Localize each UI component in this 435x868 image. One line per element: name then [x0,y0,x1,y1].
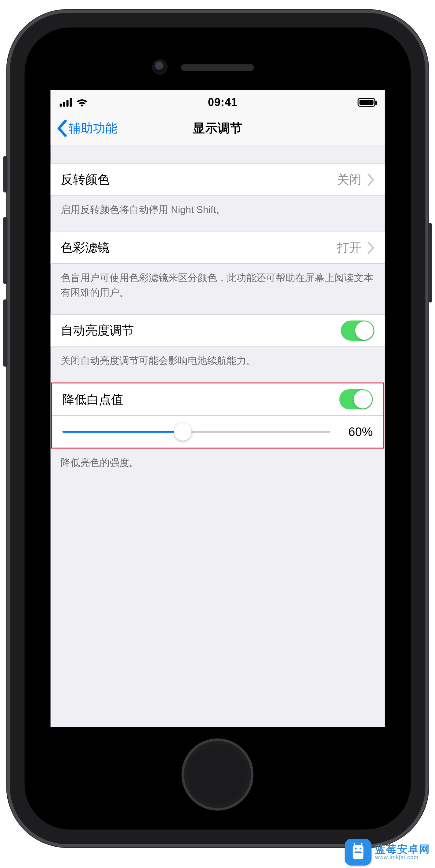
row-white-point-slider: 60% [52,415,383,447]
earpiece-speaker [181,64,254,71]
svg-point-2 [360,847,361,849]
row-label: 自动亮度调节 [61,322,134,339]
mute-switch [3,156,7,192]
back-label: 辅助功能 [69,120,118,136]
home-button[interactable] [184,741,251,808]
svg-point-5 [361,843,363,845]
watermark-brand: 蓝莓安卓网 [375,844,430,855]
cellular-signal-icon [60,98,72,106]
chevron-left-icon [57,120,67,136]
status-bar: 09:41 [51,90,384,112]
row-reduce-white-footer: 降低亮色的强度。 [51,448,384,485]
row-invert-footer: 启用反转颜色将自动停用 Night Shift。 [51,195,384,231]
chevron-right-icon [367,242,374,254]
row-auto-brightness-footer: 关闭自动亮度调节可能会影响电池续航能力。 [51,346,384,382]
screen: 09:41 辅助功能 显示调节 [51,90,384,727]
power-button [428,223,432,303]
row-label: 色彩滤镜 [61,239,109,256]
svg-point-1 [355,847,357,849]
reduce-white-point-toggle[interactable] [339,389,373,409]
navigation-bar: 辅助功能 显示调节 [51,112,384,145]
svg-rect-3 [355,851,361,853]
slider-thumb[interactable] [174,423,192,440]
white-point-slider[interactable] [62,431,330,433]
row-invert-colors[interactable]: 反转颜色 关闭 [51,163,384,195]
wifi-icon [76,98,88,106]
front-camera [154,61,166,73]
row-color-filter-footer: 色盲用户可使用色彩滤镜来区分颜色，此功能还可帮助在屏幕上阅读文本有困难的用户。 [51,264,384,314]
watermark-domain: www.lmkjst.com [375,855,430,860]
slider-fill [62,431,183,433]
back-button[interactable]: 辅助功能 [54,112,121,145]
battery-icon [358,98,375,106]
volume-up-button [3,217,7,284]
row-color-filter[interactable]: 色彩滤镜 打开 [51,231,384,264]
row-value: 关闭 [337,171,361,188]
auto-brightness-toggle[interactable] [341,320,374,341]
svg-point-4 [354,843,355,845]
phone-frame-mid: 09:41 辅助功能 显示调节 [10,13,425,844]
watermark: 蓝莓安卓网 www.lmkjst.com [345,839,430,866]
row-label: 降低白点值 [62,391,123,408]
status-clock: 09:41 [208,96,237,109]
row-label: 反转颜色 [61,171,109,188]
row-value: 打开 [337,239,361,256]
volume-down-button [3,300,7,367]
slider-value-label: 60% [339,425,373,439]
phone-frame-outer: 09:41 辅助功能 显示调节 [6,9,429,848]
row-auto-brightness: 自动亮度调节 [51,314,384,346]
highlight-reduce-white-point: 降低白点值 60% [51,382,384,448]
phone-frame-inner: 09:41 辅助功能 显示调节 [25,28,410,830]
watermark-icon [345,839,371,866]
page-title: 显示调节 [193,120,243,136]
row-reduce-white-point: 降低白点值 [52,383,383,415]
chevron-right-icon [367,174,374,186]
